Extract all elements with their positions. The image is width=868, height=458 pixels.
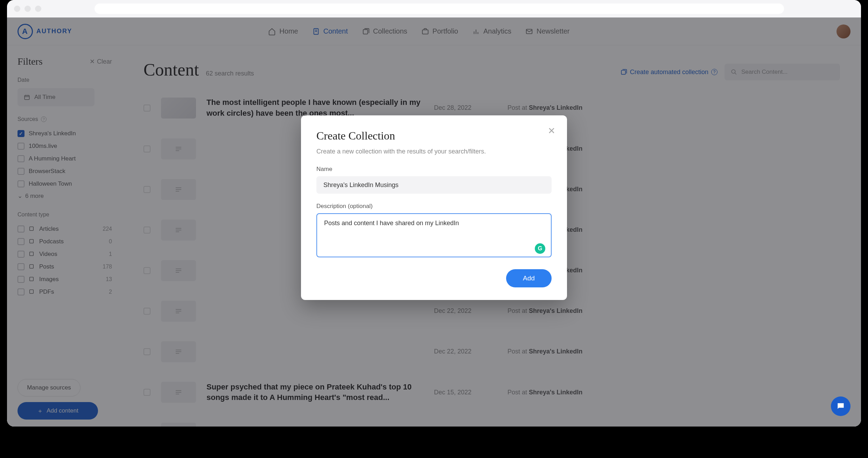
chat-icon: [836, 402, 845, 411]
minimize-window-icon[interactable]: [24, 6, 31, 12]
name-field-label: Name: [316, 166, 552, 173]
titlebar: [7, 0, 861, 17]
close-window-icon[interactable]: [14, 6, 20, 12]
modal-title: Create Collection: [316, 129, 552, 142]
add-collection-button[interactable]: Add: [506, 269, 552, 287]
browser-window: A AUTHORY Home Content Collections: [7, 0, 861, 427]
modal-overlay[interactable]: ✕ Create Collection Create a new collect…: [7, 17, 861, 427]
app-root: A AUTHORY Home Content Collections: [7, 17, 861, 427]
collection-description-input[interactable]: [316, 213, 552, 257]
url-bar[interactable]: [94, 3, 784, 14]
description-field-label: Description (optional): [316, 203, 552, 210]
modal-subtitle: Create a new collection with the results…: [316, 148, 552, 155]
modal-close-button[interactable]: ✕: [547, 126, 556, 136]
chat-support-button[interactable]: [831, 396, 850, 416]
maximize-window-icon[interactable]: [35, 6, 41, 12]
create-collection-modal: ✕ Create Collection Create a new collect…: [301, 115, 567, 300]
close-icon: ✕: [548, 126, 555, 136]
collection-name-input[interactable]: [316, 176, 552, 194]
grammarly-icon[interactable]: G: [535, 243, 545, 254]
